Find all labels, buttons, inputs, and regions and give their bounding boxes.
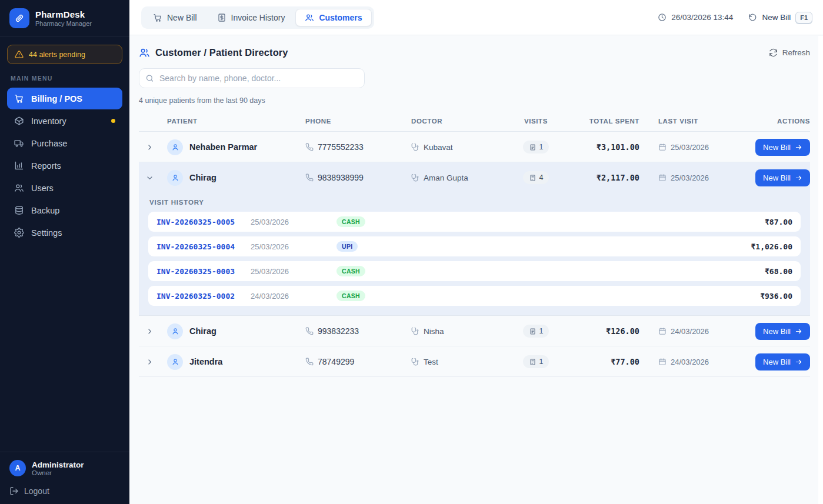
tab-label: New Bill bbox=[167, 13, 197, 22]
visit-count-badge: 1 bbox=[523, 141, 549, 153]
arrow-right-icon bbox=[795, 358, 802, 366]
patient-row[interactable]: Chirag993832233Nisha1₹126.0024/03/2026Ne… bbox=[139, 316, 810, 346]
sidebar-item-label: Settings bbox=[31, 228, 62, 238]
sidebar-item-label: Backup bbox=[31, 206, 59, 215]
current-datetime: 26/03/2026 13:44 bbox=[658, 13, 733, 22]
last-visit-date: 24/03/2026 bbox=[671, 358, 709, 366]
patient-table: PATIENT PHONE DOCTOR VISITS TOTAL SPENT … bbox=[139, 111, 810, 377]
content: Customer / Patient Directory Refresh 4 u… bbox=[129, 35, 823, 504]
col-actions: ACTIONS bbox=[739, 118, 810, 125]
refresh-button[interactable]: Refresh bbox=[769, 48, 810, 57]
sidebar-item-settings[interactable]: Settings bbox=[7, 222, 122, 243]
scrollbar-track[interactable] bbox=[818, 36, 823, 504]
cart-icon bbox=[153, 13, 162, 22]
col-doctor: DOCTOR bbox=[411, 118, 515, 125]
visit-date: 25/03/2026 bbox=[251, 267, 336, 276]
topbar: New BillInvoice HistoryCustomers 26/03/2… bbox=[129, 0, 823, 35]
view-tabs: New BillInvoice HistoryCustomers bbox=[141, 6, 374, 29]
receipt-mini-icon bbox=[529, 174, 537, 182]
expand-row-button[interactable] bbox=[139, 346, 160, 377]
tab-new-bill[interactable]: New Bill bbox=[144, 9, 206, 26]
patient-name: Jitendra bbox=[189, 357, 222, 366]
gear-icon bbox=[14, 228, 24, 238]
app-title: PharmDesk bbox=[35, 9, 92, 19]
table-header-row: PATIENT PHONE DOCTOR VISITS TOTAL SPENT … bbox=[139, 111, 810, 132]
clock-icon bbox=[658, 13, 667, 22]
expand-row-button[interactable] bbox=[139, 316, 160, 346]
sidebar-item-billing-pos[interactable]: Billing / POS bbox=[7, 88, 122, 109]
patient-phone: 78749299 bbox=[318, 357, 354, 366]
sidebar-footer: A Administrator Owner Logout bbox=[0, 452, 129, 504]
invoice-number-link[interactable]: INV-20260325-0004 bbox=[156, 242, 251, 251]
sidebar-item-backup[interactable]: Backup bbox=[7, 199, 122, 221]
search-icon bbox=[145, 74, 154, 83]
patient-doctor: Aman Gupta bbox=[424, 173, 468, 182]
app-root: PharmDesk Pharmacy Manager 44 alerts pen… bbox=[0, 0, 823, 504]
person-icon bbox=[171, 173, 179, 182]
expand-row-button[interactable] bbox=[139, 132, 160, 162]
new-bill-button[interactable]: New Bill bbox=[755, 353, 810, 371]
visit-history-panel: VISIT HISTORYINV-20260325-000525/03/2026… bbox=[139, 193, 810, 316]
logout-icon bbox=[9, 486, 19, 496]
stethoscope-icon bbox=[411, 173, 419, 182]
sidebar-item-label: Reports bbox=[31, 161, 61, 171]
table-body: Nehaben Parmar7775552233Kubavat1₹3,101.0… bbox=[139, 132, 810, 377]
users-icon bbox=[139, 47, 150, 58]
patient-doctor: Test bbox=[424, 358, 438, 366]
patient-avatar bbox=[167, 323, 183, 339]
invoice-number-link[interactable]: INV-20260325-0002 bbox=[156, 292, 251, 301]
sidebar-item-inventory[interactable]: Inventory bbox=[7, 110, 122, 132]
new-bill-shortcut[interactable]: New Bill F1 bbox=[748, 12, 812, 24]
f1-key-badge: F1 bbox=[795, 12, 812, 24]
patient-phone: 7775552233 bbox=[318, 142, 364, 152]
invoice-number-link[interactable]: INV-20260325-0003 bbox=[156, 267, 251, 276]
payment-method-badge: CASH bbox=[336, 266, 365, 276]
alerts-pending-badge[interactable]: 44 alerts pending bbox=[7, 45, 122, 64]
arrow-right-icon bbox=[795, 174, 802, 182]
search-input[interactable] bbox=[139, 68, 365, 88]
visit-count-badge: 1 bbox=[523, 325, 549, 338]
patient-row[interactable]: Jitendra78749299Test1₹77.0024/03/2026New… bbox=[139, 346, 810, 377]
logout-button[interactable]: Logout bbox=[9, 485, 120, 497]
main-area: New BillInvoice HistoryCustomers 26/03/2… bbox=[129, 0, 823, 504]
new-bill-button[interactable]: New Bill bbox=[755, 139, 810, 156]
phone-icon bbox=[305, 358, 314, 366]
invoice-number-link[interactable]: INV-20260325-0005 bbox=[156, 218, 251, 226]
avatar: A bbox=[9, 460, 26, 476]
new-bill-button[interactable]: New Bill bbox=[755, 169, 810, 186]
total-spent: ₹126.00 bbox=[557, 326, 639, 336]
page-title: Customer / Patient Directory bbox=[139, 47, 288, 58]
sidebar-item-purchase[interactable]: Purchase bbox=[7, 132, 122, 154]
visit-amount: ₹87.00 bbox=[765, 218, 792, 226]
new-bill-button[interactable]: New Bill bbox=[755, 323, 810, 340]
receipt-mini-icon bbox=[529, 143, 537, 151]
col-visits: VISITS bbox=[515, 118, 557, 125]
patient-avatar bbox=[167, 139, 183, 155]
sidebar-item-reports[interactable]: Reports bbox=[7, 155, 122, 176]
collapse-row-button[interactable] bbox=[139, 162, 160, 193]
sidebar-item-label: Purchase bbox=[31, 139, 67, 148]
visit-history-label: VISIT HISTORY bbox=[149, 199, 799, 206]
calendar-icon bbox=[658, 143, 667, 151]
col-last-visit: LAST VISIT bbox=[639, 118, 739, 125]
visit-history-row: INV-20260325-000425/03/2026UPI₹1,026.00 bbox=[148, 236, 801, 256]
person-icon bbox=[171, 143, 179, 151]
patient-row[interactable]: Chirag9838938999Aman Gupta4₹2,117.0025/0… bbox=[139, 162, 810, 193]
patient-doctor: Nisha bbox=[424, 327, 444, 336]
tab-customers[interactable]: Customers bbox=[295, 9, 371, 26]
sidebar-item-users[interactable]: Users bbox=[7, 177, 122, 199]
person-icon bbox=[171, 358, 179, 366]
menu-section-label: MAIN MENU bbox=[11, 75, 119, 82]
tab-invoice-history[interactable]: Invoice History bbox=[208, 9, 295, 26]
patient-name: Chirag bbox=[189, 173, 216, 182]
patient-name: Nehaben Parmar bbox=[189, 142, 257, 152]
patient-phone: 993832233 bbox=[318, 326, 359, 336]
visit-history-row: INV-20260325-000224/03/2026CASH₹936.00 bbox=[148, 286, 801, 306]
user-name: Administrator bbox=[32, 460, 84, 469]
col-phone: PHONE bbox=[305, 118, 411, 125]
patient-row[interactable]: Nehaben Parmar7775552233Kubavat1₹3,101.0… bbox=[139, 132, 810, 162]
alert-badge-label: 44 alerts pending bbox=[29, 51, 85, 59]
receipt-mini-icon bbox=[529, 358, 537, 366]
phone-icon bbox=[305, 327, 314, 335]
sidebar: PharmDesk Pharmacy Manager 44 alerts pen… bbox=[0, 0, 129, 504]
